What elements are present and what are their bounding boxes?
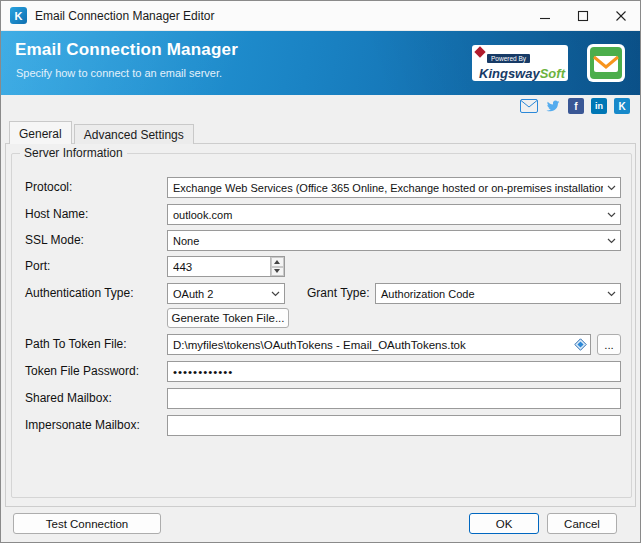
grant-type-dropdown[interactable]: Authorization Code <box>375 283 621 304</box>
window-controls <box>526 1 640 30</box>
token-file-password-input[interactable] <box>168 362 620 381</box>
maximize-button[interactable] <box>564 1 602 30</box>
ok-button[interactable]: OK <box>469 513 539 534</box>
linkedin-icon[interactable]: in <box>591 98 607 114</box>
shared-mailbox-field <box>167 388 621 409</box>
token-file-path-input[interactable] <box>168 335 572 354</box>
generate-token-file-label: Generate Token File... <box>172 312 285 324</box>
port-label: Port: <box>25 259 50 273</box>
grant-type-label: Grant Type: <box>307 286 369 300</box>
protocol-value: Exchange Web Services (Office 365 Online… <box>168 182 603 194</box>
app-icon-letter: K <box>15 10 23 22</box>
spinner-down-button[interactable] <box>271 267 284 277</box>
kingswaysoft-glyph: K <box>618 101 625 112</box>
host-name-combo[interactable]: outlook.com <box>167 204 621 225</box>
linkedin-glyph: in <box>595 101 603 111</box>
kingswaysoft-logo: Powered By KingswaySoft <box>472 45 568 81</box>
titlebar: K Email Connection Manager Editor <box>1 1 640 31</box>
ok-label: OK <box>496 518 513 530</box>
chevron-down-icon <box>603 212 620 218</box>
chevron-down-icon <box>603 291 620 297</box>
token-file-password-label: Token File Password: <box>25 364 139 378</box>
twitter-icon[interactable] <box>545 98 561 114</box>
cancel-button[interactable]: Cancel <box>547 513 617 534</box>
social-icon-row: f in K <box>520 98 630 114</box>
browse-ellipsis-label: ... <box>604 339 614 351</box>
maximize-icon <box>577 10 589 22</box>
shared-mailbox-input[interactable] <box>168 389 620 408</box>
footer: Test Connection OK Cancel <box>1 506 640 542</box>
email-product-icon <box>586 43 626 83</box>
authentication-type-label: Authentication Type: <box>25 286 134 300</box>
browse-token-file-button[interactable]: ... <box>597 334 621 355</box>
ssl-mode-label: SSL Mode: <box>25 233 84 247</box>
grant-type-value: Authorization Code <box>376 288 603 300</box>
authentication-type-dropdown[interactable]: OAuth 2 <box>167 283 285 304</box>
tab-advanced-settings-label: Advanced Settings <box>84 128 184 142</box>
ssl-mode-value: None <box>168 235 603 247</box>
kingswaysoft-icon[interactable]: K <box>614 98 630 114</box>
path-to-token-file-label: Path To Token File: <box>25 337 127 351</box>
port-spinner <box>270 257 284 276</box>
impersonate-mailbox-label: Impersonate Mailbox: <box>25 418 140 432</box>
group-title: Server Information <box>20 146 127 160</box>
header-banner: Email Connection Manager Specify how to … <box>1 31 640 95</box>
window-title: Email Connection Manager Editor <box>35 9 526 23</box>
chevron-down-icon <box>267 291 284 297</box>
brand-soft: Soft <box>540 66 565 81</box>
brand-name: KingswaySoft <box>479 66 563 81</box>
cancel-label: Cancel <box>564 518 600 530</box>
impersonate-mailbox-field <box>167 415 621 436</box>
token-file-password-field <box>167 361 621 382</box>
spinner-up-button[interactable] <box>271 257 284 267</box>
header-subtitle: Specify how to connect to an email serve… <box>16 67 222 79</box>
token-file-path-field <box>167 334 591 355</box>
tab-advanced-settings[interactable]: Advanced Settings <box>74 124 194 144</box>
protocol-label: Protocol: <box>25 180 72 194</box>
facebook-glyph: f <box>574 101 577 112</box>
expression-diamond-icon[interactable] <box>574 338 587 351</box>
header-title: Email Connection Manager <box>15 40 238 60</box>
test-connection-button[interactable]: Test Connection <box>13 513 161 534</box>
logo-diamond-icon <box>474 46 485 57</box>
host-name-value: outlook.com <box>168 209 603 221</box>
facebook-icon[interactable]: f <box>568 98 584 114</box>
shared-mailbox-label: Shared Mailbox: <box>25 391 112 405</box>
tab-strip: General Advanced Settings <box>9 121 196 144</box>
tab-general-label: General <box>19 127 62 141</box>
ssl-mode-dropdown[interactable]: None <box>167 230 621 251</box>
app-icon: K <box>10 7 27 24</box>
host-name-label: Host Name: <box>25 207 88 221</box>
close-button[interactable] <box>602 1 640 30</box>
minimize-icon <box>539 10 551 22</box>
close-icon <box>615 10 627 22</box>
chevron-down-icon <box>603 185 620 191</box>
port-field <box>167 256 285 277</box>
chevron-down-icon <box>603 238 620 244</box>
minimize-button[interactable] <box>526 1 564 30</box>
impersonate-mailbox-input[interactable] <box>168 416 620 435</box>
tab-general[interactable]: General <box>9 121 72 144</box>
test-connection-label: Test Connection <box>46 518 128 530</box>
powered-by-label: Powered By <box>487 54 530 63</box>
email-connection-manager-dialog: K Email Connection Manager Editor Email … <box>0 0 641 543</box>
email-icon[interactable] <box>520 99 538 113</box>
port-input[interactable] <box>168 257 270 276</box>
authentication-type-value: OAuth 2 <box>168 288 267 300</box>
brand-kingsway: Kingsway <box>479 66 540 81</box>
generate-token-file-button[interactable]: Generate Token File... <box>167 308 289 328</box>
protocol-dropdown[interactable]: Exchange Web Services (Office 365 Online… <box>167 177 621 198</box>
